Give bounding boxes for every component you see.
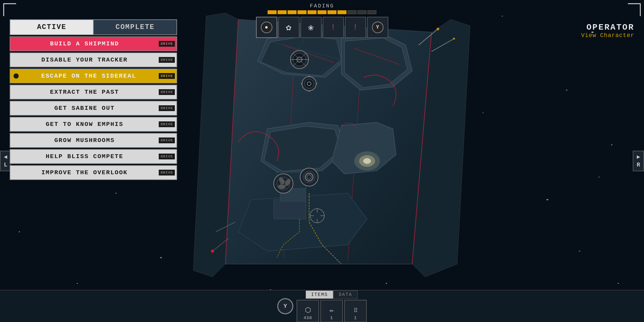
action-icon-exclaim2[interactable]: !	[345, 17, 366, 38]
svg-point-10	[566, 90, 568, 90]
nav-right-button[interactable]: ► R	[633, 151, 644, 171]
action-icon-exclaim1[interactable]: !	[323, 17, 344, 38]
quest-list: BUILD A SHIPMIND DRIVE DISABLE YOUR TRAC…	[10, 36, 177, 180]
quest-item-build-shipmind[interactable]: BUILD A SHIPMIND DRIVE	[10, 36, 177, 51]
tab-active[interactable]: ACTIVE	[10, 19, 94, 35]
fading-seg-4	[298, 10, 307, 14]
bottom-items-area: ITEMS DATA ⬡ 430 ✏ 1 ⠿ 1	[297, 290, 367, 322]
svg-point-79	[437, 28, 439, 30]
svg-point-11	[611, 145, 612, 145]
svg-point-56	[305, 79, 314, 88]
quest-item-extract-past[interactable]: EXTRACT THE PAST DRIVE	[10, 85, 177, 99]
exclaim1-symbol: !	[330, 23, 336, 33]
quest-item-get-sabine-out[interactable]: GET SABINE OUT DRIVE	[10, 101, 177, 116]
svg-point-13	[579, 251, 581, 251]
credits-count: 430	[304, 316, 312, 320]
fading-panel: FADING ● ✿ ❀	[267, 3, 377, 38]
fading-seg-6	[317, 10, 327, 14]
corner-decoration-tr	[628, 3, 641, 16]
ship-view	[187, 13, 477, 293]
quest-item-help-bliss-compete[interactable]: HELP BLISS COMPETE DRIVE	[10, 149, 177, 164]
quest-name-improve-overlook: IMPROVE THE OVERLOOK	[10, 169, 159, 176]
fading-seg-11	[367, 10, 376, 14]
credits-icon: ⬡	[305, 306, 311, 314]
nav-left-label: L	[4, 162, 7, 168]
tab-complete[interactable]: COMPLETE	[94, 19, 177, 35]
quest-badge-disable-tracker: DRIVE	[159, 57, 175, 63]
quest-badge-help-bliss-compete: DRIVE	[159, 154, 175, 159]
svg-point-7	[160, 257, 162, 258]
data-count: 1	[354, 316, 357, 320]
quest-item-grow-mushrooms[interactable]: GROW MUSHROOMS DRIVE	[10, 133, 177, 148]
bottom-tab-data[interactable]: DATA	[333, 290, 358, 299]
fading-seg-5	[308, 10, 317, 14]
svg-point-66	[278, 185, 286, 189]
quest-dot-escape-sidereal	[14, 73, 19, 79]
fading-seg-10	[357, 10, 366, 14]
action-icons-row: ● ✿ ❀ ! ! Y	[256, 17, 388, 38]
quest-item-improve-overlook[interactable]: IMPROVE THE OVERLOOK DRIVE	[10, 165, 177, 180]
corner-decoration-tl	[3, 3, 16, 16]
bottom-tab-items[interactable]: ITEMS	[306, 290, 333, 299]
bottom-item-data[interactable]: ⠿ 1	[344, 300, 367, 322]
quest-badge-escape-sidereal: DRIVE	[159, 73, 175, 79]
fading-seg-2	[278, 10, 287, 14]
quest-item-get-know-emphis[interactable]: GET TO KNOW EMPHIS DRIVE	[10, 117, 177, 132]
svg-point-8	[77, 283, 78, 284]
svg-rect-46	[274, 200, 306, 219]
nav-right-arrow: ►	[637, 154, 640, 160]
action-icon-flower1[interactable]: ✿	[278, 17, 299, 38]
nav-left-arrow: ◄	[4, 154, 7, 160]
svg-point-5	[115, 193, 117, 194]
operator-title: OPERATOR	[581, 23, 634, 32]
fading-seg-7	[327, 10, 336, 14]
svg-point-83	[211, 250, 214, 253]
quest-badge-extract-past: DRIVE	[159, 89, 175, 95]
bottom-item-pen[interactable]: ✏ 1	[320, 300, 343, 322]
data-icon: ⠿	[354, 307, 358, 314]
fading-seg-8	[337, 10, 346, 14]
operator-panel: OPERATOR View Character	[581, 23, 634, 39]
pen-icon: ✏	[329, 306, 334, 314]
svg-point-21	[482, 112, 484, 113]
action-icon-y[interactable]: Y	[367, 17, 388, 38]
quest-badge-grow-mushrooms: DRIVE	[159, 137, 175, 143]
fading-bar	[268, 10, 376, 14]
flower2-symbol: ❀	[308, 22, 314, 33]
svg-point-14	[618, 283, 619, 284]
quest-name-get-sabine-out: GET SABINE OUT	[10, 105, 159, 112]
game-screen: ◄ L ► R FADING ●	[0, 0, 644, 322]
y-symbol: Y	[376, 24, 379, 30]
bottom-tabs: ITEMS DATA	[306, 290, 358, 299]
bottom-item-credits[interactable]: ⬡ 430	[297, 300, 319, 322]
quest-panel: ACTIVE COMPLETE BUILD A SHIPMIND DRIVE D…	[10, 19, 177, 180]
pen-count: 1	[330, 316, 333, 320]
quest-name-grow-mushrooms: GROW MUSHROOMS	[10, 137, 159, 144]
action-icon-bullet[interactable]: ●	[256, 17, 277, 38]
svg-point-80	[453, 38, 455, 40]
quest-badge-get-know-emphis: DRIVE	[159, 121, 175, 127]
quest-item-escape-sidereal[interactable]: ESCAPE ON THE SIDEREAL DRIVE	[10, 69, 177, 83]
quest-name-disable-tracker: DISABLE YOUR TRACKER	[10, 56, 159, 63]
quest-badge-get-sabine-out: DRIVE	[159, 105, 175, 111]
y-button-label: Y	[284, 303, 287, 309]
quest-tabs: ACTIVE COMPLETE	[10, 19, 177, 35]
svg-point-12	[546, 199, 548, 200]
svg-point-68	[300, 168, 318, 186]
svg-point-6	[19, 232, 20, 232]
fading-seg-1	[268, 10, 277, 14]
action-icon-flower2[interactable]: ❀	[300, 17, 322, 38]
fading-seg-3	[288, 10, 297, 14]
quest-name-build-shipmind: BUILD A SHIPMIND	[10, 40, 159, 47]
view-character-link[interactable]: View Character	[581, 32, 634, 39]
svg-point-44	[363, 158, 371, 164]
fading-seg-9	[347, 10, 356, 14]
quest-item-disable-tracker[interactable]: DISABLE YOUR TRACKER DRIVE	[10, 52, 177, 67]
svg-point-23	[598, 177, 600, 177]
y-button[interactable]: Y	[277, 298, 293, 314]
bottom-items-list: ⬡ 430 ✏ 1 ⠿ 1	[297, 300, 367, 322]
quest-name-get-know-emphis: GET TO KNOW EMPHIS	[10, 121, 159, 128]
fading-label: FADING	[310, 3, 334, 9]
svg-point-15	[502, 16, 503, 16]
exclaim2-symbol: !	[353, 23, 358, 33]
